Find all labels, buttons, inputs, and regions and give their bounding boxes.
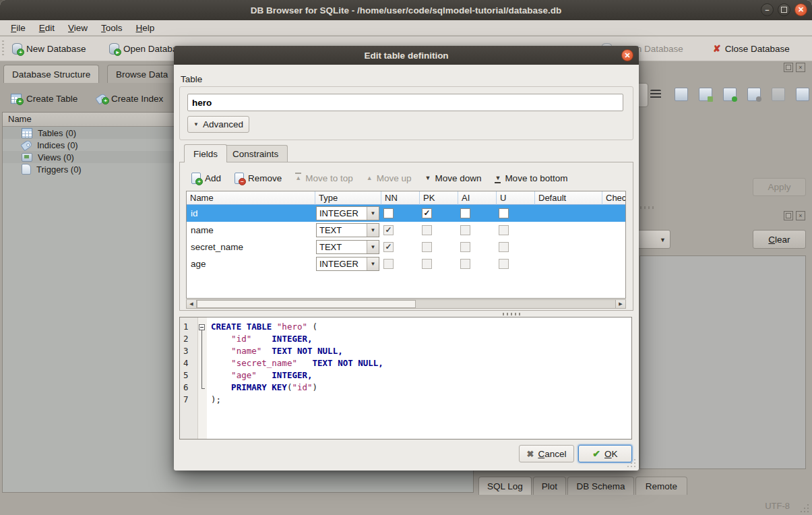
tab-constraints[interactable]: Constraints: [223, 145, 288, 162]
checkbox-pk[interactable]: [422, 259, 432, 269]
line-number: 5: [180, 370, 198, 380]
checkbox-ai[interactable]: [460, 225, 470, 235]
move-to-bottom-button[interactable]: ▼Move to bottom: [495, 173, 567, 183]
ok-button[interactable]: ✔ OK: [578, 445, 632, 462]
dialog-splitter-handle[interactable]: [503, 313, 522, 315]
checkbox-pk[interactable]: [422, 242, 432, 252]
bottom-tab-plot[interactable]: Plot: [533, 477, 566, 495]
field-type-value: TEXT: [317, 241, 367, 253]
checkbox-nn[interactable]: [383, 259, 394, 269]
create-index-button[interactable]: + Create Index: [96, 90, 163, 107]
column-header-type[interactable]: Type: [315, 191, 381, 205]
fields-table-hscrollbar[interactable]: ◀ ▶: [186, 299, 626, 309]
tab-database-structure[interactable]: Database Structure: [3, 65, 99, 83]
create-table-icon: +: [11, 94, 22, 104]
field-type-select[interactable]: TEXT▼: [316, 223, 379, 237]
bottom-tab-db-schema[interactable]: DB Schema: [567, 477, 634, 495]
column-header-pk[interactable]: PK: [419, 191, 458, 205]
remove-button[interactable]: −Remove: [235, 173, 282, 184]
create-table-button[interactable]: + Create Table: [11, 90, 77, 107]
maximize-icon[interactable]: [778, 3, 790, 16]
set-null-icon[interactable]: [772, 88, 785, 101]
field-row-secret_name[interactable]: secret_nameTEXT▼✓: [187, 239, 625, 255]
field-name-cell[interactable]: id: [187, 208, 315, 218]
dialog-resize-grip[interactable]: [627, 458, 636, 468]
bottom-tab-sql-log[interactable]: SQL Log: [478, 477, 532, 495]
checkbox-ai[interactable]: [460, 242, 470, 252]
field-name-cell[interactable]: secret_name: [187, 242, 315, 252]
print-icon[interactable]: [796, 88, 809, 101]
fold-marker[interactable]: [198, 322, 207, 334]
move-down-button[interactable]: ▼Move down: [425, 173, 481, 183]
field-name-cell[interactable]: age: [187, 259, 315, 269]
menu-tools[interactable]: Tools: [94, 22, 129, 34]
scroll-right-icon[interactable]: ▶: [615, 300, 625, 308]
menu-view[interactable]: View: [61, 22, 94, 34]
menu-help[interactable]: Help: [129, 22, 162, 34]
text-mode-icon[interactable]: [650, 90, 661, 99]
window-titlebar[interactable]: DB Browser for SQLite - /home/user/code/…: [0, 0, 812, 20]
close-icon[interactable]: ✕: [794, 3, 807, 16]
scrollbar-thumb[interactable]: [197, 300, 416, 308]
checkbox-ai[interactable]: [460, 259, 470, 269]
fold-collapse-icon[interactable]: [199, 324, 205, 330]
save-icon[interactable]: [699, 88, 712, 101]
toolbar-drag-handle[interactable]: [2, 40, 4, 57]
advanced-toggle-button[interactable]: ▼ Advanced: [187, 116, 249, 133]
checkbox-nn-checked[interactable]: ✓: [383, 225, 394, 235]
field-row-name[interactable]: nameTEXT▼✓: [187, 222, 625, 239]
sql-log-output[interactable]: [639, 255, 806, 469]
checkbox-nn[interactable]: [383, 208, 394, 218]
checkbox-u[interactable]: [499, 225, 509, 235]
new-database-button[interactable]: + New Database: [12, 40, 86, 57]
field-row-id[interactable]: idINTEGER▼✓: [187, 205, 625, 222]
export-icon[interactable]: [723, 88, 737, 101]
column-header-name[interactable]: Name: [187, 191, 315, 205]
field-type-value: INTEGER: [317, 258, 367, 270]
field-type-select[interactable]: INTEGER▼: [316, 257, 379, 271]
field-type-select[interactable]: TEXT▼: [316, 240, 379, 254]
checkbox-pk-checked[interactable]: ✓: [422, 208, 432, 218]
menu-file[interactable]: File: [4, 22, 32, 34]
tab-fields[interactable]: Fields: [184, 144, 227, 162]
column-header-nn[interactable]: NN: [381, 191, 419, 205]
field-type-select[interactable]: INTEGER▼: [316, 206, 379, 220]
column-header-ai[interactable]: AI: [458, 191, 496, 205]
fold-marker: [198, 358, 207, 370]
table-name-input[interactable]: [187, 94, 623, 111]
add-button[interactable]: +Add: [191, 173, 221, 184]
dock-close-icon[interactable]: ×: [796, 211, 805, 220]
dialog-titlebar[interactable]: Edit table definition ✕: [174, 46, 639, 65]
tab-browse-data[interactable]: Browse Data: [107, 65, 177, 83]
dock-float-icon[interactable]: [784, 211, 793, 220]
column-header-default[interactable]: Default: [534, 191, 602, 205]
link-icon[interactable]: [747, 88, 761, 101]
minimize-icon[interactable]: −: [761, 3, 774, 16]
column-header-check[interactable]: Check: [602, 191, 625, 205]
fold-marker: [198, 382, 207, 394]
field-name-cell[interactable]: name: [187, 225, 315, 235]
import-icon[interactable]: [675, 88, 688, 101]
add-field-icon: +: [191, 173, 201, 184]
table-group-label: Table: [181, 74, 202, 84]
field-row-age[interactable]: ageINTEGER▼: [187, 255, 625, 272]
window-resize-grip[interactable]: [800, 503, 810, 513]
dialog-close-icon[interactable]: ✕: [621, 49, 633, 61]
sql-preview-editor[interactable]: 1CREATE TABLE "hero" (2 "id" INTEGER,3 "…: [179, 317, 632, 440]
dock-float-icon[interactable]: [784, 63, 793, 72]
checkbox-ai[interactable]: [460, 208, 470, 218]
statusbar: UTF-8: [0, 495, 812, 515]
close-database-button[interactable]: ✘ Close Database: [713, 40, 790, 57]
checkbox-nn-checked[interactable]: ✓: [383, 242, 394, 252]
checkbox-u[interactable]: [499, 259, 509, 269]
menu-edit[interactable]: Edit: [32, 22, 61, 34]
scroll-left-icon[interactable]: ◀: [187, 300, 197, 308]
checkbox-pk[interactable]: [422, 225, 432, 235]
checkbox-u[interactable]: [499, 208, 509, 218]
clear-log-button[interactable]: Clear: [753, 230, 806, 249]
cancel-button[interactable]: ✖ Cancel: [519, 445, 574, 462]
dock-close-icon[interactable]: ×: [796, 63, 805, 72]
bottom-tab-remote[interactable]: Remote: [635, 477, 687, 495]
checkbox-u[interactable]: [499, 242, 509, 252]
column-header-u[interactable]: U: [496, 191, 534, 205]
